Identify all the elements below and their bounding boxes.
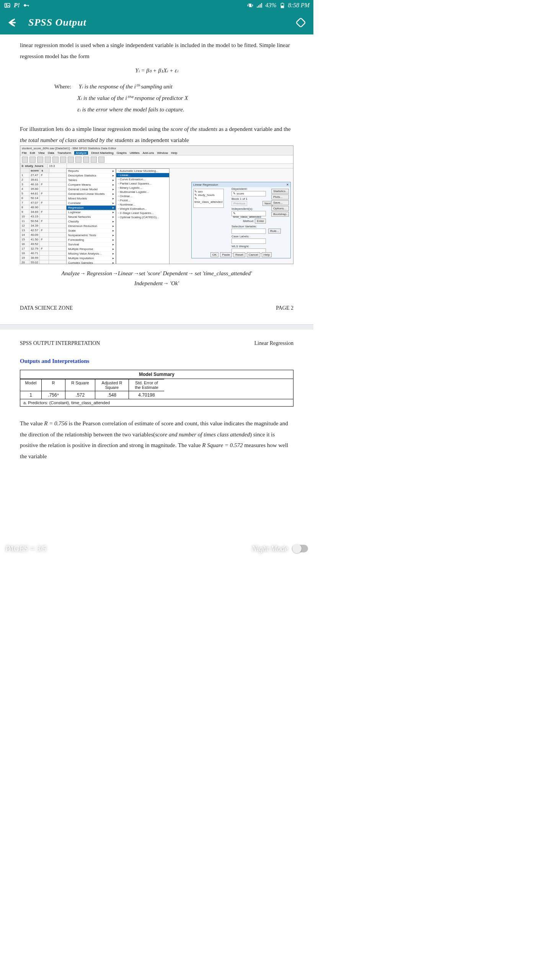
- submenu-item: ▫ Curve Estimation...: [116, 177, 169, 181]
- vibrate-icon: [247, 2, 254, 9]
- field-dependent: ✎ score: [231, 191, 266, 196]
- svg-point-1: [6, 4, 7, 5]
- label-dependent: Dependent:: [231, 187, 247, 191]
- menu-item: Neural Networks▸: [67, 215, 116, 219]
- page-footer: DATA SCIENCE ZONE PAGE 2: [20, 305, 293, 311]
- dialog-title: Linear Regression: [193, 183, 218, 186]
- illustration-text: For illustration lets do a simple linear…: [20, 124, 293, 145]
- spss-screenshot: student_score_60%.sav [DataSet1] - IBM S…: [20, 145, 293, 264]
- footer-left: DATA SCIENCE ZONE: [20, 305, 73, 311]
- rule-button[interactable]: Rule...: [268, 229, 281, 234]
- dialog-side-button[interactable]: Plots...: [271, 194, 289, 199]
- body-text: linear regression model is used when a s…: [20, 40, 293, 62]
- spss-grid: scores127.47F239.61346.16F435.80544.61F6…: [20, 168, 66, 264]
- submenu-item: ▫ Automatic Linear Modeling...: [116, 169, 169, 173]
- spss-cell-name: 3: study_hours: [20, 164, 48, 168]
- menu-item: Dimension Reduction▸: [67, 224, 116, 229]
- submenu-item: ▫ Partial Least Squares...: [116, 181, 169, 186]
- menu-item: Reports▸: [67, 169, 116, 173]
- dialog-bottom-button[interactable]: Cancel: [247, 252, 260, 257]
- svg-point-2: [24, 4, 26, 7]
- section-title: Outputs and Interpretations: [20, 358, 293, 364]
- svg-rect-14: [296, 18, 306, 28]
- dialog-bottom-button[interactable]: Help: [262, 252, 272, 257]
- field-case: [231, 238, 266, 244]
- spss-menu-item: Analyze: [74, 151, 88, 155]
- rotate-icon[interactable]: [295, 17, 306, 28]
- clock-time: 8:58 PM: [288, 2, 310, 9]
- dialog-side-button[interactable]: Options...: [271, 206, 289, 211]
- dialog-bottom-button[interactable]: Reset: [233, 252, 245, 257]
- dialog-bottom-button[interactable]: Paste: [220, 252, 231, 257]
- close-icon[interactable]: ✕: [286, 183, 289, 186]
- svg-rect-4: [28, 5, 29, 7]
- model-summary-table: Model Summary Model R R Square Adjusted …: [20, 370, 293, 407]
- equation: Yᵢ = β₀ + β₁Xᵢ + εᵢ: [20, 67, 293, 74]
- label-independent: Independent(s):: [231, 207, 253, 211]
- menu-item: Loglinear▸: [67, 210, 116, 215]
- dialog-side-button[interactable]: Bootstrap...: [271, 212, 289, 217]
- page-title: SPSS Output: [28, 17, 86, 28]
- where-block: Where: Yᵢ is the response of the iᵗʰ sam…: [54, 81, 293, 115]
- where-label: Where:: [54, 81, 77, 92]
- spss-menu-item: File: [22, 151, 27, 155]
- spss-menu-item: Data: [48, 151, 54, 155]
- table-note: a. Predictors: (Constant), time_class_at…: [20, 399, 293, 406]
- doc-page-2: linear regression model is used when a s…: [0, 34, 313, 319]
- label-case: Case Labels:: [231, 235, 249, 238]
- spss-titlebar: student_score_60%.sav [DataSet1] - IBM S…: [20, 146, 293, 151]
- dialog-side-button[interactable]: Statistics...: [271, 189, 289, 194]
- where-y: Yᵢ is the response of the iᵗʰ sampling u…: [79, 83, 173, 90]
- battery-pct: 43%: [265, 2, 276, 9]
- menu-item: Missing Value Analysis...▸: [67, 252, 116, 256]
- field-independent: ✎ time_class_attended: [231, 211, 266, 216]
- spss-menu-item: Transform: [57, 151, 71, 155]
- submenu-item: ▫ Probit...: [116, 198, 169, 203]
- page3-header: SPSS OUTPUT INTERPRETATION Linear Regres…: [20, 340, 293, 346]
- menu-item: Scale▸: [67, 229, 116, 233]
- spss-regression-submenu: ▫ Automatic Linear Modeling...▫ Linear..…: [116, 168, 170, 264]
- menu-item: Regression▸: [67, 206, 116, 210]
- footer-right: PAGE 2: [276, 305, 293, 311]
- svg-rect-10: [261, 3, 262, 8]
- spss-menu-item: Help: [171, 151, 177, 155]
- menu-item: Tables▸: [67, 178, 116, 183]
- header-left: SPSS OUTPUT INTERPRETATION: [20, 340, 100, 346]
- dialog-side-button[interactable]: Save...: [271, 200, 289, 205]
- svg-rect-12: [282, 3, 283, 3]
- menu-item: Nonparametric Tests▸: [67, 233, 116, 238]
- spss-menu-item: Window: [157, 151, 168, 155]
- back-icon[interactable]: [7, 18, 17, 28]
- submenu-item: ▫ Multinomial Logistic...: [116, 190, 169, 194]
- menu-item: Multiple Imputation▸: [67, 256, 116, 261]
- menu-item: Descriptive Statistics▸: [67, 173, 116, 178]
- prev-button[interactable]: Previous: [231, 201, 247, 206]
- spss-menu-item: Edit: [30, 151, 35, 155]
- menu-item: General Linear Model▸: [67, 187, 116, 192]
- spss-analyze-menu: Reports▸Descriptive Statistics▸Tables▸Co…: [66, 168, 116, 264]
- table-header-row: Model R R Square Adjusted R Square Std. …: [20, 379, 293, 391]
- night-mode-label: Night Mode: [252, 544, 288, 553]
- submenu-item: ▫ Binary Logistic...: [116, 186, 169, 190]
- menu-item: Compare Means▸: [67, 183, 116, 187]
- signal-icon: [256, 2, 263, 9]
- dialog-bottom-button[interactable]: OK: [210, 252, 219, 257]
- field-selection: [231, 229, 266, 234]
- page-counter: PAGES = 3/5: [5, 544, 47, 553]
- svg-rect-9: [260, 4, 261, 8]
- menu-item: Multiple Response▸: [67, 247, 116, 252]
- table-row: 1 .756ᵃ .572 .548 4.70198: [20, 391, 293, 399]
- menu-item: Complex Samples▸: [67, 261, 116, 264]
- spss-linear-dialog: Linear Regression✕ ✎ sex✎ study_hours✎ t…: [191, 182, 291, 258]
- label-wls: WLS Weight:: [231, 245, 249, 248]
- image-icon: [4, 2, 11, 9]
- spss-menu-item: Direct Marketing: [91, 151, 113, 155]
- menu-item: Forecasting▸: [67, 238, 116, 242]
- submenu-item: ▫ Linear...: [116, 173, 169, 177]
- night-mode-toggle[interactable]: [292, 545, 308, 552]
- menu-item: Mixed Models▸: [67, 196, 116, 201]
- table-title: Model Summary: [20, 370, 293, 379]
- submenu-item: ▫ Nonlinear...: [116, 203, 169, 207]
- menu-item: Correlate▸: [67, 201, 116, 206]
- where-e: εᵢ is the error where the model fails to…: [77, 106, 184, 113]
